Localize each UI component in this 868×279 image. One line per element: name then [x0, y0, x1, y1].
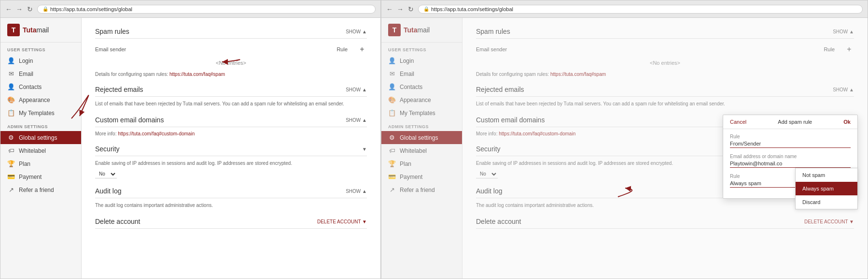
- delete-account-header: Delete account DELETE ACCOUNT ▼: [95, 218, 367, 229]
- logo-text: Tutamail: [23, 26, 49, 34]
- sidebar-item-contacts[interactable]: 👤 Contacts: [0, 80, 81, 93]
- global-settings-icon: ⚙: [7, 134, 15, 141]
- rejected-show-btn[interactable]: SHOW ▲: [346, 87, 367, 92]
- plan-icon: 🏆: [7, 160, 15, 167]
- dropdown-always-spam[interactable]: Always spam: [796, 182, 857, 195]
- sidebar-item-refer[interactable]: ↗ Refer a friend: [0, 183, 81, 196]
- left-browser: ← → ↻ 🔒 https://app.tuta.com/settings/gl…: [0, 0, 381, 279]
- spam-table-header: Email sender Rule +: [95, 43, 367, 56]
- right-sidebar-refer[interactable]: ↗ Refer a friend: [381, 183, 462, 196]
- refresh-btn[interactable]: ↻: [27, 6, 33, 13]
- audit-log-show-btn[interactable]: SHOW ▲: [346, 189, 367, 194]
- address-bar: 🔒 https://app.tuta.com/settings/global: [37, 5, 376, 14]
- r-security-select[interactable]: NoYes: [476, 170, 498, 178]
- logo-area: T Tutamail: [0, 18, 81, 43]
- sidebar-email-label: Email: [19, 71, 33, 77]
- right-logo-text: Tutamail: [404, 26, 430, 34]
- right-forward-btn[interactable]: →: [397, 6, 404, 13]
- payment-icon: 💳: [7, 173, 15, 180]
- user-settings-label: USER SETTINGS: [0, 43, 81, 54]
- dropdown-not-spam[interactable]: Not spam: [796, 168, 857, 182]
- dialog-rule-value[interactable]: From/Sender: [730, 141, 851, 148]
- sidebar-item-whitelabel[interactable]: 🏷 Whitelabel: [0, 144, 81, 157]
- spam-rules-header: Spam rules SHOW ▲: [95, 28, 367, 39]
- col-email-sender: Email sender: [95, 46, 336, 52]
- forward-btn[interactable]: →: [16, 6, 23, 13]
- audit-log-section: Audit log SHOW ▲ The audit log contains …: [95, 187, 367, 209]
- sidebar-refer-label: Refer a friend: [19, 187, 54, 193]
- right-sidebar-whitelabel[interactable]: 🏷 Whitelabel: [381, 144, 462, 157]
- right-sidebar-contacts[interactable]: 👤 Contacts: [381, 80, 462, 93]
- spam-rules-title: Spam rules: [95, 28, 129, 35]
- spam-rules-section: Spam rules SHOW ▲ Email sender Rule + <N…: [95, 28, 367, 77]
- refer-icon: ↗: [7, 186, 15, 193]
- r-spam-show[interactable]: SHOW ▲: [833, 29, 854, 34]
- dialog-email-label: Email address or domain name: [730, 154, 851, 159]
- r-rejected-section: Rejected emails SHOW ▲ List of emails th…: [476, 86, 854, 107]
- sidebar-item-payment[interactable]: 💳 Payment: [0, 170, 81, 183]
- right-back-btn[interactable]: ←: [386, 6, 393, 13]
- whitelabel-icon: 🏷: [7, 147, 15, 154]
- left-toolbar: ← → ↻ 🔒 https://app.tuta.com/settings/gl…: [0, 0, 380, 18]
- delete-account-btn[interactable]: DELETE ACCOUNT ▼: [317, 219, 367, 224]
- right-sidebar-plan[interactable]: 🏆 Plan: [381, 157, 462, 170]
- custom-domains-info: More info: https://tuta.com/faq#custom-d…: [95, 131, 367, 136]
- left-main-content: Spam rules SHOW ▲ Email sender Rule + <N…: [82, 18, 380, 279]
- sidebar-whitelabel-label: Whitelabel: [19, 147, 46, 154]
- right-address-bar: 🔒 https://app.tuta.com/settings/global: [418, 5, 863, 14]
- right-sidebar-global[interactable]: ⚙ Global settings: [381, 131, 462, 144]
- custom-domains-title: Custom email domains: [95, 116, 164, 124]
- r-spam-rules-section: Spam rules SHOW ▲ Email sender Rule + <N…: [476, 28, 854, 77]
- dialog-title: Add spam rule: [778, 119, 812, 125]
- right-lock-icon: 🔒: [423, 6, 429, 12]
- dialog-rule-field: Rule From/Sender: [730, 134, 851, 148]
- custom-domains-header: Custom email domains SHOW ▲: [95, 116, 367, 127]
- sidebar-item-appearance[interactable]: 🎨 Appearance: [0, 93, 81, 106]
- r-add-btn[interactable]: +: [844, 44, 854, 54]
- right-sidebar-email[interactable]: ✉ Email: [381, 67, 462, 80]
- spam-rules-show-btn[interactable]: SHOW ▲: [346, 29, 367, 34]
- add-spam-rule-btn[interactable]: +: [357, 44, 367, 54]
- security-select[interactable]: No Yes: [95, 170, 117, 178]
- rejected-title: Rejected emails: [95, 86, 143, 93]
- right-sidebar-appearance[interactable]: 🎨 Appearance: [381, 93, 462, 106]
- spam-info-text: Details for configuring spam rules: http…: [95, 72, 367, 77]
- right-user-label: USER SETTINGS: [381, 43, 462, 54]
- custom-domains-show-btn[interactable]: SHOW ▲: [346, 117, 367, 123]
- rejected-desc: List of emails that have been rejected b…: [95, 101, 367, 107]
- dropdown-discard[interactable]: Discard: [796, 195, 857, 209]
- right-refresh-btn[interactable]: ↻: [407, 6, 414, 13]
- dialog-header: Cancel Add spam rule Ok: [723, 115, 857, 129]
- dialog-email-field: Email address or domain name Playtowin@h…: [730, 154, 851, 168]
- delete-account-section: Delete account DELETE ACCOUNT ▼: [95, 218, 367, 229]
- left-sidebar: T Tutamail USER SETTINGS 👤 Login ✉ Email…: [0, 18, 82, 279]
- logo-icon: T: [7, 24, 20, 36]
- sidebar-templates-label: My Templates: [19, 110, 55, 117]
- templates-icon: 📋: [7, 109, 15, 117]
- r-delete-section: Delete account DELETE ACCOUNT ▼: [476, 218, 854, 229]
- delete-account-title: Delete account: [95, 218, 140, 225]
- right-toolbar: ← → ↻ 🔒 https://app.tuta.com/settings/gl…: [381, 0, 868, 18]
- custom-domains-link[interactable]: https://tuta.com/faq#custom-domain: [118, 131, 195, 136]
- right-sidebar-login[interactable]: 👤 Login: [381, 54, 462, 67]
- right-url-text: https://app.tuta.com/settings/global: [431, 6, 513, 12]
- dialog-cancel-btn[interactable]: Cancel: [730, 119, 746, 125]
- security-show-btn[interactable]: ▼: [362, 147, 367, 152]
- right-admin-label: ADMIN SETTINGS: [381, 119, 462, 131]
- right-logo-icon: T: [388, 24, 401, 36]
- rejected-header: Rejected emails SHOW ▲: [95, 86, 367, 97]
- audit-log-title: Audit log: [95, 187, 121, 195]
- sidebar-item-global-settings[interactable]: ⚙ Global settings: [0, 131, 81, 144]
- audit-log-header: Audit log SHOW ▲: [95, 187, 367, 198]
- sidebar-item-login[interactable]: 👤 Login: [0, 54, 81, 67]
- dialog-ok-btn[interactable]: Ok: [843, 119, 851, 125]
- dialog-email-value[interactable]: Playtowin@hotmail.co: [730, 161, 851, 168]
- sidebar-item-templates[interactable]: 📋 My Templates: [0, 106, 81, 119]
- dialog-rule-label: Rule: [730, 134, 851, 139]
- sidebar-item-email[interactable]: ✉ Email: [0, 67, 81, 80]
- spam-info-link[interactable]: https://tuta.com/faq#spam: [169, 72, 225, 77]
- back-btn[interactable]: ←: [5, 6, 12, 13]
- right-sidebar-templates[interactable]: 📋 My Templates: [381, 106, 462, 119]
- sidebar-item-plan[interactable]: 🏆 Plan: [0, 157, 81, 170]
- right-sidebar-payment[interactable]: 💳 Payment: [381, 170, 462, 183]
